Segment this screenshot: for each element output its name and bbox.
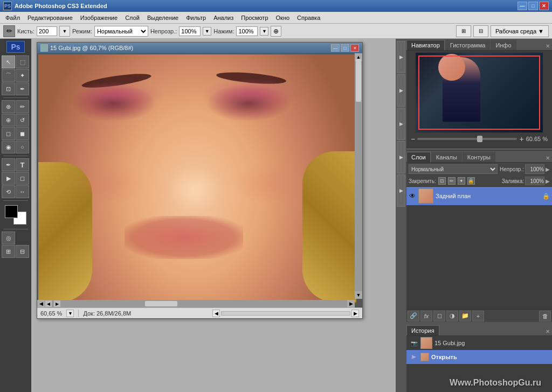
nav-prev-btn[interactable]: ◀ [45, 300, 52, 307]
brush-btn[interactable]: ✏ [16, 100, 29, 113]
tab-layers[interactable]: Слои [406, 152, 431, 162]
top-panel-close-btn[interactable]: ✕ [543, 42, 552, 50]
close-button[interactable]: ✕ [539, 2, 549, 10]
nav-zoom-in-btn[interactable]: + [519, 135, 523, 143]
path-select-btn[interactable]: ▶ [2, 172, 15, 185]
menu-image[interactable]: Изображение [77, 13, 121, 22]
quick-mask-btn[interactable]: ◎ [2, 232, 15, 244]
text-tool-btn[interactable]: T [16, 158, 29, 171]
layer-row[interactable]: 👁 Задний план 🔒 [406, 187, 552, 205]
menu-select[interactable]: Выделение [144, 13, 182, 22]
opacity-btn[interactable]: ▼ [203, 27, 211, 36]
layer-blend-mode-select[interactable]: Нормальный [409, 164, 498, 174]
status-nav-right[interactable]: ▶ [351, 310, 359, 317]
menu-help[interactable]: Справка [294, 13, 323, 22]
shape-tool-btn[interactable]: ◻ [16, 172, 29, 185]
menu-analysis[interactable]: Анализ [210, 13, 237, 22]
menu-window[interactable]: Окно [273, 13, 293, 22]
pen-tool-btn[interactable]: ✒ [2, 158, 15, 171]
fill-arrow[interactable]: ▶ [546, 178, 550, 184]
lock-all-btn[interactable]: 🔒 [467, 177, 475, 185]
flow-btn[interactable]: ▼ [260, 27, 268, 36]
layer-fx-btn[interactable]: fx [420, 311, 432, 321]
layer-delete-btn[interactable]: 🗑 [539, 311, 551, 321]
menu-view[interactable]: Просмотр [238, 13, 271, 22]
tab-history[interactable]: История [406, 325, 439, 335]
dodge-btn[interactable]: ○ [16, 141, 29, 153]
fullscreen-btn[interactable]: ⊟ [16, 245, 29, 258]
menu-edit[interactable]: Редактирование [24, 13, 76, 22]
panel-strip-btn-4[interactable]: ▶ [397, 141, 405, 173]
scroll-thumb-v[interactable] [356, 59, 361, 102]
panel-strip-btn-2[interactable]: ▶ [397, 74, 405, 107]
tab-histogram[interactable]: Гистограмма [445, 40, 491, 50]
tab-info[interactable]: Инфо [491, 40, 516, 50]
nav-zoom-out-btn[interactable]: − [411, 135, 415, 143]
flow-input[interactable] [236, 26, 258, 36]
layer-visibility-toggle[interactable]: 👁 [409, 192, 416, 200]
gradient-btn[interactable]: ◼ [16, 127, 29, 140]
measure-btn[interactable]: ↔ [16, 185, 29, 198]
menu-filter[interactable]: Фильтр [183, 13, 209, 22]
airbrush-btn[interactable]: ⊕ [271, 26, 281, 37]
doc-maximize-btn[interactable]: □ [341, 44, 349, 52]
spot-heal-btn[interactable]: ⊗ [2, 100, 15, 113]
status-scrollbar[interactable] [221, 311, 350, 316]
layer-mask-btn[interactable]: ◻ [433, 311, 445, 321]
history-panel-close-btn[interactable]: ✕ [543, 327, 552, 335]
opacity-input[interactable] [179, 26, 201, 36]
crop-tool-btn[interactable]: ⊡ [2, 82, 15, 95]
workspace-dropdown-btn[interactable]: Рабочая среда ▼ [491, 25, 549, 37]
lasso-tool-btn[interactable]: ⌒ [2, 69, 15, 82]
lock-pixels-btn[interactable]: ✏ [448, 177, 456, 185]
magic-wand-btn[interactable]: ✦ [16, 69, 29, 82]
lock-position-btn[interactable]: ✦ [458, 177, 465, 185]
brush-picker-btn[interactable]: ▼ [59, 26, 70, 37]
scroll-thumb-h[interactable] [145, 301, 177, 306]
document-scrollbar-h[interactable]: ◀ ▶ ◀ ▶ [37, 300, 355, 307]
canvas-image[interactable] [38, 54, 356, 303]
tab-channels[interactable]: Каналы [431, 152, 462, 162]
panel-strip-btn-5[interactable]: ▶ [397, 174, 405, 207]
layer-group-btn[interactable]: 📁 [459, 311, 471, 321]
status-nav-left[interactable]: ◀ [212, 310, 220, 317]
layers-panel-close-btn[interactable]: ✕ [543, 154, 552, 162]
tab-paths[interactable]: Контуры [463, 152, 495, 162]
eyedropper-btn[interactable]: ✒ [16, 82, 29, 95]
document-scrollbar-v[interactable]: ▲ ▼ [355, 53, 362, 299]
history-row-2[interactable]: Открыть [406, 350, 552, 364]
layer-link-btn[interactable]: 🔗 [408, 311, 419, 321]
panel-strip-btn-3[interactable]: ▶ [397, 108, 405, 140]
layer-opacity-input[interactable] [525, 164, 544, 174]
blur-btn[interactable]: ◉ [2, 141, 15, 153]
zoom-btn[interactable]: ▼ [66, 310, 74, 317]
doc-close-btn[interactable]: ✕ [350, 44, 359, 52]
eraser-btn[interactable]: ◻ [2, 127, 15, 140]
layer-fill-input[interactable] [525, 177, 544, 185]
opacity-arrow[interactable]: ▶ [546, 166, 550, 172]
3d-rotate-btn[interactable]: ⟲ [2, 185, 15, 198]
mode-select[interactable]: Нормальный [94, 26, 148, 37]
history-row-1[interactable]: 📷 15 Gubi.jpg [406, 336, 552, 350]
tools-icon-btn[interactable]: ⊟ [473, 25, 488, 37]
brush-tool-icon[interactable]: ✏ [3, 25, 15, 37]
layer-new-btn[interactable]: + [472, 311, 484, 321]
brush-size-input[interactable] [37, 26, 57, 36]
workspace-icon-btn[interactable]: ⊞ [456, 25, 471, 37]
minimize-button[interactable]: — [518, 2, 527, 10]
tab-navigator[interactable]: Навигатор [406, 40, 445, 50]
doc-minimize-btn[interactable]: — [331, 44, 340, 52]
screen-mode-btn[interactable]: ⊞ [2, 245, 15, 258]
lock-transparency-btn[interactable]: ⊡ [438, 177, 446, 185]
stamp-btn[interactable]: ⊕ [2, 114, 15, 127]
nav-slider-thumb[interactable] [477, 136, 482, 142]
layer-adjustment-btn[interactable]: ◑ [446, 311, 458, 321]
selection-tool-btn[interactable]: ⬚ [16, 55, 29, 68]
history-brush-btn[interactable]: ↺ [16, 114, 29, 127]
menu-file[interactable]: Файл [2, 13, 23, 22]
move-tool-btn[interactable]: ↖ [2, 55, 15, 68]
panel-strip-btn-1[interactable]: ▶ [397, 41, 405, 73]
nav-next-btn[interactable]: ▶ [53, 300, 61, 307]
menu-layer[interactable]: Слой [122, 13, 143, 22]
maximize-button[interactable]: □ [528, 2, 538, 10]
